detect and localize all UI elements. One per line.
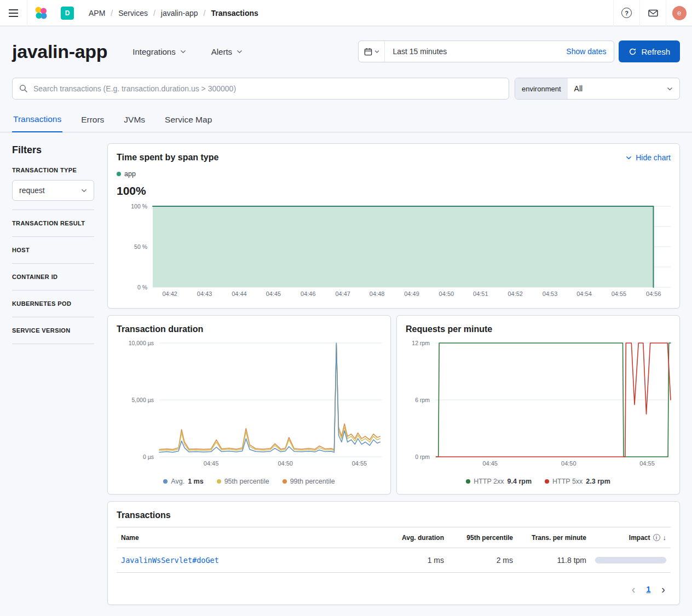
span-chart-y-axis: 100 % 50 % 0 %: [117, 206, 153, 287]
filters-sidebar: Filters TRANSACTION TYPE request TRANSAC…: [12, 143, 94, 605]
calendar-icon: [364, 48, 372, 56]
elastic-logo-icon: [34, 6, 48, 20]
refresh-button[interactable]: Refresh: [619, 40, 680, 62]
user-menu-button[interactable]: e: [666, 0, 692, 26]
show-dates-link[interactable]: Show dates: [558, 41, 614, 62]
span-type-panel: Time spent by span type Hide chart app 1…: [107, 143, 680, 309]
quick-select-button[interactable]: [359, 41, 385, 62]
menu-button[interactable]: [0, 0, 27, 26]
legend-item-avg[interactable]: Avg. 1 ms: [163, 478, 203, 485]
filter-host[interactable]: HOST: [12, 237, 94, 264]
filter-transaction-type: TRANSACTION TYPE request: [12, 167, 94, 210]
environment-label: environment: [515, 78, 568, 99]
page-1-button[interactable]: 1: [642, 583, 655, 596]
breadcrumb-current: Transactions: [211, 9, 258, 18]
table-row[interactable]: JavalinWsServlet#doGet 1 ms 2 ms 11.8 tp…: [117, 548, 671, 573]
elastic-logo[interactable]: [27, 0, 55, 26]
legend-dot: [282, 479, 287, 484]
duration-chart-y-axis: 10,000 µs 5,000 µs 0 µs: [117, 343, 159, 457]
refresh-label: Refresh: [641, 47, 670, 56]
time-range-button[interactable]: Last 15 minutes: [385, 41, 558, 62]
cell-trans-per-minute: 11.8 tpm: [517, 548, 591, 573]
space-badge[interactable]: D: [61, 7, 74, 20]
sort-desc-icon: ↓: [663, 533, 667, 542]
envelope-icon: [648, 9, 658, 18]
tab-errors[interactable]: Errors: [80, 107, 105, 132]
chevron-down-icon: [237, 49, 243, 55]
column-header-impact[interactable]: Impact i ↓: [591, 527, 671, 548]
chevron-down-icon: [180, 49, 186, 55]
page-title: javalin-app: [12, 41, 107, 62]
search-icon: [19, 84, 28, 93]
requests-per-minute-chart[interactable]: [435, 343, 671, 457]
column-header-avg-duration[interactable]: Avg. duration: [384, 527, 448, 548]
help-icon: ?: [621, 8, 632, 18]
transaction-link[interactable]: JavalinWsServlet#doGet: [121, 556, 219, 565]
requests-per-minute-title: Requests per minute: [406, 324, 671, 334]
next-page-button[interactable]: ›: [656, 584, 671, 595]
breadcrumb-separator: [105, 9, 118, 18]
newsfeed-button[interactable]: [639, 0, 666, 26]
hide-chart-button[interactable]: Hide chart: [626, 153, 671, 162]
environment-value: All: [574, 84, 583, 93]
date-picker: Last 15 minutes Show dates: [358, 40, 614, 62]
breadcrumb: APM Services javalin-app Transactions: [89, 9, 258, 18]
column-header-trans-per-minute[interactable]: Trans. per minute: [517, 527, 591, 548]
span-type-chart[interactable]: [153, 206, 671, 287]
integrations-menu-label: Integrations: [132, 47, 175, 56]
duration-chart-legend: Avg. 1 ms 95th percentile 99th percentil…: [117, 478, 382, 485]
breadcrumb-services[interactable]: Services: [118, 9, 148, 18]
tab-service-map[interactable]: Service Map: [164, 107, 213, 132]
transaction-duration-title: Transaction duration: [117, 324, 382, 334]
breadcrumb-apm[interactable]: APM: [89, 9, 105, 18]
legend-item-app[interactable]: app: [117, 170, 136, 178]
hamburger-icon: [9, 9, 18, 17]
legend-item-99th[interactable]: 99th percentile: [282, 478, 335, 485]
column-header-name[interactable]: Name: [117, 527, 384, 548]
previous-page-button[interactable]: ‹: [626, 584, 641, 595]
help-button[interactable]: ?: [613, 0, 639, 26]
filters-title: Filters: [12, 144, 94, 156]
transactions-table: Name Avg. duration 95th percentile Trans…: [117, 527, 671, 573]
cell-avg-duration: 1 ms: [384, 548, 448, 573]
search-row: environment All: [0, 78, 692, 100]
alerts-menu[interactable]: Alerts: [211, 47, 243, 56]
tab-jvms[interactable]: JVMs: [123, 107, 146, 132]
transaction-duration-chart[interactable]: [159, 343, 382, 457]
transactions-panel: Transactions Name Avg. duration 95th per…: [107, 501, 680, 605]
column-header-95th-percentile[interactable]: 95th percentile: [448, 527, 517, 548]
span-chart-x-axis: 04:42 04:43 04:44 04:45 04:46 04:47 04:4…: [153, 290, 671, 299]
legend-item-95th[interactable]: 95th percentile: [217, 478, 269, 485]
integrations-menu[interactable]: Integrations: [132, 47, 186, 56]
chevron-down-icon: [81, 188, 87, 194]
tab-transactions[interactable]: Transactions: [12, 107, 62, 132]
avatar: e: [672, 6, 687, 20]
environment-filter: environment All: [515, 78, 680, 100]
environment-select[interactable]: All: [568, 78, 679, 99]
legend-dot: [163, 479, 168, 484]
span-type-panel-title: Time spent by span type: [117, 153, 218, 162]
service-tabs: Transactions Errors JVMs Service Map: [0, 107, 692, 132]
filter-service-version[interactable]: SERVICE VERSION: [12, 317, 94, 344]
impact-bar: [595, 557, 666, 563]
breadcrumb-separator: [148, 9, 161, 18]
search-transactions-input[interactable]: [12, 78, 509, 100]
requests-per-minute-panel: Requests per minute 12 rpm 6 rpm 0 rpm 0…: [396, 315, 680, 495]
filter-kubernetes-pod[interactable]: KUBERNETES POD: [12, 290, 94, 317]
legend-item-http-2xx[interactable]: HTTP 2xx 9.4 rpm: [466, 478, 532, 485]
breadcrumb-separator: [198, 9, 211, 18]
legend-item-http-5xx[interactable]: HTTP 5xx 2.3 rpm: [545, 478, 610, 485]
filter-transaction-result[interactable]: TRANSACTION RESULT: [12, 210, 94, 237]
transaction-type-select[interactable]: request: [12, 180, 94, 201]
chevron-down-icon: [374, 49, 379, 54]
transactions-panel-title: Transactions: [117, 510, 671, 520]
span-type-current-value: 100%: [117, 184, 671, 197]
rpm-chart-legend: HTTP 2xx 9.4 rpm HTTP 5xx 2.3 rpm: [406, 478, 671, 485]
impact-info-icon[interactable]: i: [653, 534, 660, 541]
breadcrumb-service-name[interactable]: javalin-app: [161, 9, 198, 18]
top-navigation-bar: D APM Services javalin-app Transactions …: [0, 0, 692, 26]
transaction-duration-panel: Transaction duration 10,000 µs 5,000 µs …: [107, 315, 391, 495]
filter-container-id[interactable]: CONTAINER ID: [12, 264, 94, 290]
filter-transaction-type-label: TRANSACTION TYPE: [12, 167, 94, 173]
legend-dot: [117, 172, 121, 176]
